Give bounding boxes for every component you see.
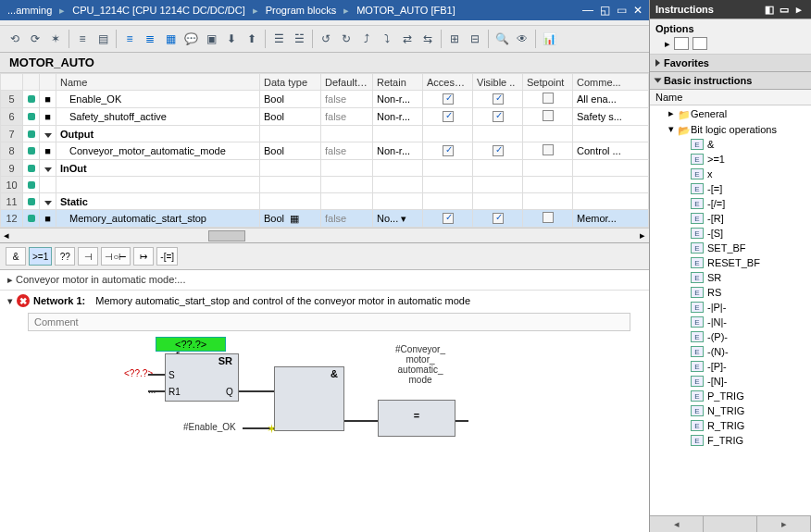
instruction-item[interactable]: ER_TRIG [650,418,811,433]
instruction-item[interactable]: E-|P|- [650,300,811,315]
column-header[interactable] [23,74,40,91]
instruction-item[interactable]: E>=1 [650,152,811,167]
palette-assign[interactable]: -[=] [156,247,178,266]
instruction-item[interactable]: ERS [650,285,811,300]
instruction-item[interactable]: E-(N)- [650,344,811,359]
column-header[interactable]: Accessi... [423,74,473,91]
instruction-item[interactable]: ESR [650,270,811,285]
tool-icon[interactable]: ⬆ [243,30,261,48]
checkbox[interactable] [443,111,454,122]
scroll-right-icon[interactable]: ▸ [757,516,811,532]
palette-branch[interactable]: ↦ [133,247,154,266]
and-block[interactable]: & [274,366,344,431]
column-header[interactable] [1,74,23,91]
horizontal-scrollbar[interactable]: ◂▸ [0,228,649,242]
column-header[interactable]: Setpoint [523,74,573,91]
panel-icon[interactable]: ▭ [778,3,791,16]
palette-ncontact[interactable]: ⊣○⊢ [101,247,131,266]
instruction-item[interactable]: Ex [650,167,811,181]
palette-empty[interactable]: ?? [55,247,75,266]
expand-icon[interactable] [44,201,52,205]
column-header[interactable]: Visible .. [473,74,523,91]
chevron-right-icon[interactable]: ▸ [665,38,670,50]
tool-icon[interactable]: ☱ [290,30,308,48]
tree-folder-bitlogic[interactable]: ▾📂Bit logic operations [650,121,811,137]
breadcrumb-item[interactable]: Program blocks [262,5,340,16]
checkbox[interactable] [493,111,504,122]
view-list-icon[interactable] [674,37,689,50]
tool-icon[interactable]: ⇆ [418,30,437,48]
tool-icon[interactable]: ≡ [120,30,139,48]
table-row[interactable]: 5■Enable_OKBoolfalseNon-r...All ena... [1,91,649,108]
maximize-icon[interactable]: ▭ [614,4,629,17]
assign-block[interactable]: = [378,400,455,437]
column-header[interactable]: Comme... [573,74,649,91]
tool-icon[interactable]: ☰ [269,30,288,48]
tool-icon[interactable]: ↺ [317,30,335,48]
instruction-item[interactable]: E-|N|- [650,315,811,329]
table-row[interactable]: 7Output [1,126,649,142]
network-header[interactable]: ▾ ✖ Network 1: Memory automatic_start_st… [0,290,649,311]
checkbox[interactable] [543,110,554,121]
palette-contact[interactable]: ⊣ [78,247,98,266]
tool-icon[interactable]: 🔍 [493,30,511,48]
tool-icon[interactable]: ✶ [46,30,65,48]
checkbox[interactable] [493,93,504,105]
breadcrumb-item[interactable]: CPU_1214C [CPU 1214C DC/DC/DC] [69,5,248,16]
instruction-item[interactable]: EP_TRIG [650,389,811,403]
tool-icon[interactable]: ≣ [141,30,159,48]
tool-icon[interactable]: 📊 [540,30,558,48]
column-header[interactable]: Data type [260,74,321,91]
expand-icon[interactable] [44,167,52,172]
breadcrumb-item[interactable]: MOTOR_AUTO [FB1] [353,5,459,16]
tool-icon[interactable]: ↻ [337,30,356,48]
network-comment[interactable]: Comment [28,313,630,331]
tool-icon[interactable]: ⟲ [6,30,24,48]
palette-or[interactable]: >=1 [29,247,52,266]
instruction-item[interactable]: ERESET_BF [650,255,811,270]
enable-ok-operand[interactable]: #Enable_OK [183,422,236,432]
column-header[interactable] [40,74,56,91]
tool-icon[interactable]: ⇄ [398,30,417,48]
minimize-icon[interactable]: — [580,4,595,17]
tool-icon[interactable]: ⊞ [445,30,464,48]
tool-icon[interactable]: ⤵ [378,30,396,48]
instruction-item[interactable]: E-[N]- [650,374,811,389]
instruction-item[interactable]: E-[P]- [650,359,811,374]
instruction-item[interactable]: E-[S] [650,226,811,241]
checkbox[interactable] [543,93,554,104]
tool-icon[interactable]: 👁 [513,30,531,48]
fbd-canvas[interactable]: <??.?> ↖ SR S R1 Q <??.?> ... & #Enable_… [28,337,649,485]
instruction-item[interactable]: E-[R] [650,211,811,226]
tool-icon[interactable]: ⊟ [466,30,484,48]
instruction-item[interactable]: E& [650,137,811,152]
instruction-item[interactable]: EN_TRIG [650,403,811,418]
table-row[interactable]: 8■Conveyor_motor_automatic_modeBoolfalse… [1,142,649,160]
instruction-item[interactable]: ESET_BF [650,241,811,255]
scroll-left-icon[interactable]: ◂ [650,516,704,532]
palette-and[interactable]: & [6,247,26,266]
output-operand[interactable]: #Conveyor_ motor_ automatic_ mode [383,344,457,385]
close-icon[interactable]: ✕ [630,4,645,17]
checkbox[interactable] [543,144,554,155]
checkbox[interactable] [493,213,504,224]
checkbox[interactable] [543,212,554,223]
table-row[interactable]: 11Static [1,193,649,210]
favorites-accordion[interactable]: Favorites [650,55,811,72]
tool-icon[interactable]: ▦ [161,30,180,48]
view-detail-icon[interactable] [692,37,707,50]
tool-icon[interactable]: ⤴ [357,30,376,48]
instruction-item[interactable]: E-(P)- [650,329,811,344]
tool-icon[interactable]: ▣ [202,30,220,48]
table-row[interactable]: 6■Safety_shutoff_activeBoolfalseNon-r...… [1,108,649,126]
restore-icon[interactable]: ◱ [597,4,612,17]
sr-operand[interactable]: <??.?> ↖ [156,337,226,352]
checkbox[interactable] [443,93,454,105]
checkbox[interactable] [493,145,504,156]
breadcrumb-item[interactable]: ...amming [4,5,56,16]
expand-icon[interactable] [44,133,52,138]
basic-instructions-accordion[interactable]: Basic instructions [650,72,811,90]
tool-icon[interactable]: ⟳ [26,30,44,48]
tool-icon[interactable]: ≡ [73,30,92,48]
instruction-item[interactable]: E-[=] [650,181,811,196]
